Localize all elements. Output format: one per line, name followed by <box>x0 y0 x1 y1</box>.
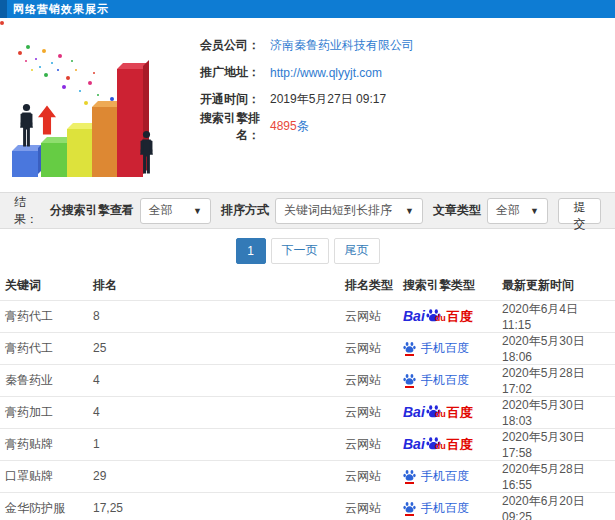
engine-cell: 手机百度 <box>398 332 497 364</box>
company-link[interactable]: 济南秦鲁药业科技有限公司 <box>270 37 414 54</box>
mobile-baidu-logo: 手机百度 <box>403 340 469 357</box>
table-row[interactable]: 膏药代工 25 云网站 手机百度 2020年5月30日 18:06 <box>0 332 615 364</box>
promotion-url-link[interactable]: http://www.qlyyjt.com <box>270 66 382 80</box>
chevron-down-icon: ▼ <box>193 206 202 216</box>
top-section: 会员公司： 济南秦鲁药业科技有限公司 推广地址： http://www.qlyy… <box>0 18 615 185</box>
engine-cell: Bai du 百度 <box>398 300 497 332</box>
rank-type-cell: 云网站 <box>340 364 398 396</box>
header-updated: 最新更新时间 <box>497 272 615 300</box>
result-label: 结果： <box>14 194 40 228</box>
baidu-logo-bai-text: Bai <box>403 405 425 419</box>
rank-cell[interactable]: 4 <box>88 396 340 428</box>
bar-chart-illustration <box>0 21 178 183</box>
last-page-button[interactable]: 尾页 <box>334 238 380 264</box>
engine-cell: Bai du 百度 <box>398 428 497 460</box>
rank-count-unit: 条 <box>297 119 309 133</box>
filter-bar: 结果： 分搜索引擎查看 全部 ▼ 排序方式 关键词由短到长排序 ▼ 文章类型 全… <box>0 192 615 229</box>
ranking-table: 关键词 排名 排名类型 搜索引擎类型 最新更新时间 膏药代工 8 云网站 Bai… <box>0 272 615 520</box>
mobile-baidu-logo: 手机百度 <box>403 468 469 485</box>
article-type-select[interactable]: 全部 ▼ <box>487 198 548 224</box>
engine-cell: 手机百度 <box>398 460 497 492</box>
updated-cell: 2020年5月28日 16:55 <box>497 460 615 492</box>
mobile-baidu-logo: 手机百度 <box>403 372 469 389</box>
updated-cell: 2020年5月28日 17:02 <box>497 364 615 396</box>
rank-type-cell: 云网站 <box>340 332 398 364</box>
sort-filter-select[interactable]: 关键词由短到长排序 ▼ <box>275 198 423 224</box>
mobile-baidu-paw-icon <box>403 373 416 388</box>
confetti-decoration <box>0 21 4 25</box>
article-type-label: 文章类型 <box>433 202 481 219</box>
rank-count-row: 搜索引擎排名： 4895条 <box>178 113 615 140</box>
titlebar: 网络营销效果展示 <box>0 0 615 18</box>
open-time-value: 2019年5月27日 09:17 <box>270 91 386 108</box>
engine-filter-value: 全部 <box>149 202 173 219</box>
baidu-logo-du-text: du <box>435 410 446 419</box>
baidu-logo-bai-text: Bai <box>403 309 425 323</box>
marketing-report-page: 网络营销效果展示 会员公司： 济南秦鲁药业科技有限公司 推广地址： http:/… <box>0 0 615 520</box>
header-keyword: 关键词 <box>0 272 88 300</box>
table-row[interactable]: 秦鲁药业 4 云网站 手机百度 2020年5月28日 17:02 <box>0 364 615 396</box>
header-rank: 排名 <box>88 272 340 300</box>
sort-filter-label: 排序方式 <box>221 202 269 219</box>
baidu-logo-cn-text: 百度 <box>447 406 473 419</box>
engine-cell: Bai du 百度 <box>398 396 497 428</box>
table-row[interactable]: 金华防护服 17,25 云网站 手机百度 2020年6月20日 09:25 <box>0 492 615 520</box>
table-row[interactable]: 口罩贴牌 29 云网站 手机百度 2020年5月28日 16:55 <box>0 460 615 492</box>
rank-count-label: 搜索引擎排名： <box>178 110 260 144</box>
table-row[interactable]: 膏药加工 4 云网站 Bai du 百度 2020年5月30日 18:03 <box>0 396 615 428</box>
company-row: 会员公司： 济南秦鲁药业科技有限公司 <box>178 32 615 59</box>
updated-cell: 2020年5月30日 18:06 <box>497 332 615 364</box>
keyword-cell: 口罩贴牌 <box>0 460 88 492</box>
rank-cell[interactable]: 1 <box>88 428 340 460</box>
header-rank-type: 排名类型 <box>340 272 398 300</box>
url-label: 推广地址： <box>178 64 260 81</box>
keyword-cell: 膏药加工 <box>0 396 88 428</box>
mobile-baidu-label: 手机百度 <box>421 500 469 517</box>
rank-cell[interactable]: 8 <box>88 300 340 332</box>
submit-button[interactable]: 提交 <box>558 198 601 224</box>
baidu-logo-du-text: du <box>435 314 446 323</box>
engine-filter-label: 分搜索引擎查看 <box>50 202 134 219</box>
rank-cell[interactable]: 4 <box>88 364 340 396</box>
baidu-logo-cn-text: 百度 <box>447 438 473 451</box>
page-1-button[interactable]: 1 <box>236 238 266 264</box>
table-row[interactable]: 膏药贴牌 1 云网站 Bai du 百度 2020年5月30日 17:58 <box>0 428 615 460</box>
keyword-cell: 秦鲁药业 <box>0 364 88 396</box>
url-row: 推广地址： http://www.qlyyjt.com <box>178 59 615 86</box>
article-type-value: 全部 <box>496 202 520 219</box>
next-page-button[interactable]: 下一页 <box>271 238 329 264</box>
table-row[interactable]: 膏药代工 8 云网站 Bai du 百度 2020年6月4日 11:15 <box>0 300 615 332</box>
businessman-right-icon <box>138 129 155 179</box>
baidu-logo-bai-text: Bai <box>403 437 425 451</box>
keyword-cell: 膏药贴牌 <box>0 428 88 460</box>
baidu-logo-cn-text: 百度 <box>447 310 473 323</box>
mobile-baidu-paw-icon <box>403 501 416 516</box>
chart-bar-orange <box>92 107 118 177</box>
updated-cell: 2020年6月20日 09:25 <box>497 492 615 520</box>
rank-type-cell: 云网站 <box>340 492 398 520</box>
keyword-cell: 膏药代工 <box>0 300 88 332</box>
updated-cell: 2020年5月30日 17:58 <box>497 428 615 460</box>
baidu-logo-du-text: du <box>435 442 446 451</box>
sort-filter-value: 关键词由短到长排序 <box>284 202 392 219</box>
engine-cell: 手机百度 <box>398 492 497 520</box>
mobile-baidu-label: 手机百度 <box>421 340 469 357</box>
rank-count-value: 4895条 <box>270 118 309 135</box>
pagination: 1 下一页 尾页 <box>0 229 615 272</box>
keyword-cell: 膏药代工 <box>0 332 88 364</box>
engine-filter-select[interactable]: 全部 ▼ <box>140 198 211 224</box>
mobile-baidu-logo: 手机百度 <box>403 500 469 517</box>
rank-cell[interactable]: 25 <box>88 332 340 364</box>
chevron-down-icon: ▼ <box>405 206 414 216</box>
rank-cell[interactable]: 17,25 <box>88 492 340 520</box>
keyword-cell: 金华防护服 <box>0 492 88 520</box>
mobile-baidu-paw-icon <box>403 469 416 484</box>
baidu-logo: Bai du 百度 <box>403 404 473 419</box>
chevron-down-icon: ▼ <box>530 206 539 216</box>
engine-cell: 手机百度 <box>398 364 497 396</box>
info-fields: 会员公司： 济南秦鲁药业科技有限公司 推广地址： http://www.qlyy… <box>178 18 615 185</box>
mobile-baidu-label: 手机百度 <box>421 372 469 389</box>
rank-cell[interactable]: 29 <box>88 460 340 492</box>
rank-count-number: 4895 <box>270 119 297 133</box>
businessman-left-icon <box>18 103 35 151</box>
